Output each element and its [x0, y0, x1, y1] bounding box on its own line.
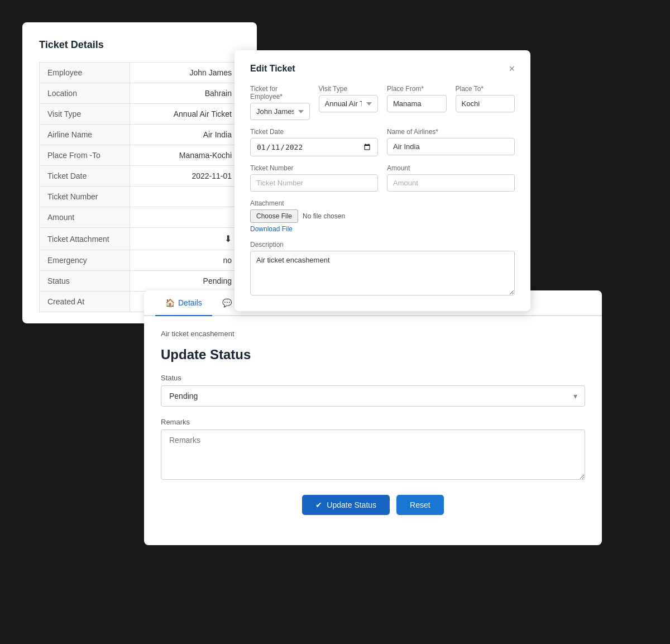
- place-to-label: Place To*: [456, 85, 515, 93]
- panel-body: Air ticket encashement Update Status Sta…: [144, 316, 602, 528]
- form-row-3: Ticket Number Amount: [250, 164, 515, 192]
- row-value-airline-name: Air India: [130, 125, 240, 145]
- place-to-input[interactable]: [456, 95, 515, 112]
- ticket-number-label: Ticket Number: [250, 164, 378, 172]
- no-file-text: No file chosen: [303, 212, 345, 220]
- row-value-location: Bahrain: [130, 83, 240, 104]
- row-label-created-at: Created At: [40, 292, 130, 312]
- place-to-group: Place To*: [456, 85, 515, 120]
- visit-type-select[interactable]: Annual Air Ticket: [319, 95, 379, 112]
- row-label-place-from-to: Place From -To: [40, 145, 130, 166]
- choose-file-button[interactable]: Choose File: [250, 209, 298, 223]
- table-row: StatusPending: [40, 271, 240, 292]
- row-value-place-from-to: Manama-Kochi: [130, 145, 240, 166]
- modal-close-button[interactable]: ×: [509, 64, 515, 74]
- visit-type-label: Visit Type: [319, 85, 379, 93]
- status-select-wrap: Pending Approved Rejected ▾: [161, 385, 585, 407]
- row-label-amount: Amount: [40, 207, 130, 228]
- form-row-2: Ticket Date Name of Airlines*: [250, 128, 515, 156]
- row-label-employee: Employee: [40, 63, 130, 83]
- bottom-panel: 🏠 Details 💬 Comments Ticket Files ✏️ Not…: [144, 290, 602, 545]
- row-label-ticket-attachment: Ticket Attachment: [40, 228, 130, 250]
- airline-name-label: Name of Airlines*: [387, 128, 515, 136]
- description-label: Description: [250, 241, 515, 249]
- remarks-textarea[interactable]: [161, 430, 585, 480]
- action-buttons: ✔ Update Status Reset: [161, 495, 585, 515]
- airline-name-input[interactable]: [387, 138, 515, 155]
- place-from-label: Place From*: [387, 85, 447, 93]
- row-value-ticket-attachment: ⬇: [130, 228, 240, 250]
- visit-type-group: Visit Type Annual Air Ticket: [319, 85, 379, 120]
- row-label-visit-type: Visit Type: [40, 104, 130, 125]
- modal-header: Edit Ticket ×: [250, 64, 515, 74]
- amount-input[interactable]: [387, 174, 515, 192]
- airline-name-group: Name of Airlines*: [387, 128, 515, 156]
- edit-ticket-modal: Edit Ticket × Ticket for Employee* John …: [234, 50, 530, 311]
- attachment-label: Attachment: [250, 199, 515, 207]
- row-label-ticket-date: Ticket Date: [40, 166, 130, 187]
- row-label-status: Status: [40, 271, 130, 292]
- table-row: Amount: [40, 207, 240, 228]
- ticket-details-card: Ticket Details EmployeeJohn JamesLocatio…: [22, 22, 257, 323]
- table-row: Emergencyno: [40, 250, 240, 271]
- status-field-label: Status: [161, 374, 585, 382]
- download-file-link[interactable]: Download File: [250, 225, 515, 233]
- status-select[interactable]: Pending Approved Rejected: [161, 385, 585, 407]
- tab-details-label: Details: [178, 298, 202, 307]
- ticket-employee-select[interactable]: John James: [250, 103, 310, 120]
- row-value-status: Pending: [130, 271, 240, 292]
- amount-label: Amount: [387, 164, 515, 172]
- row-value-amount: [130, 207, 240, 228]
- table-row: Ticket Attachment⬇: [40, 228, 240, 250]
- description-text: Air ticket encashement: [161, 330, 585, 338]
- choose-file-row: Choose File No file chosen: [250, 209, 515, 223]
- row-value-ticket-number: [130, 187, 240, 207]
- row-value-ticket-date: 2022-11-01: [130, 166, 240, 187]
- update-status-title: Update Status: [161, 347, 585, 362]
- ticket-date-label: Ticket Date: [250, 128, 378, 136]
- row-label-location: Location: [40, 83, 130, 104]
- amount-group: Amount: [387, 164, 515, 192]
- ticket-date-group: Ticket Date: [250, 128, 378, 156]
- table-row: Visit TypeAnnual Air Ticket: [40, 104, 240, 125]
- row-value-emergency: no: [130, 250, 240, 271]
- description-group: Description Air ticket encashement: [250, 241, 515, 295]
- row-value-employee: John James: [130, 63, 240, 83]
- place-from-group: Place From*: [387, 85, 447, 120]
- ticket-number-input[interactable]: [250, 174, 378, 192]
- row-value-visit-type: Annual Air Ticket: [130, 104, 240, 125]
- update-status-button[interactable]: ✔ Update Status: [302, 495, 390, 515]
- details-table: EmployeeJohn JamesLocationBahrainVisit T…: [39, 62, 240, 312]
- row-label-airline-name: Airline Name: [40, 125, 130, 145]
- reset-button[interactable]: Reset: [396, 495, 444, 515]
- update-status-label: Update Status: [327, 500, 376, 509]
- row-label-emergency: Emergency: [40, 250, 130, 271]
- ticket-employee-group: Ticket for Employee* John James: [250, 85, 310, 120]
- row-label-ticket-number: Ticket Number: [40, 187, 130, 207]
- checkmark-icon: ✔: [315, 500, 322, 509]
- ticket-details-title: Ticket Details: [39, 39, 240, 51]
- modal-title: Edit Ticket: [250, 64, 295, 74]
- tab-details[interactable]: 🏠 Details: [155, 290, 212, 316]
- place-from-input[interactable]: [387, 95, 447, 112]
- table-row: EmployeeJohn James: [40, 63, 240, 83]
- ticket-employee-label: Ticket for Employee*: [250, 85, 310, 101]
- remarks-label: Remarks: [161, 418, 585, 426]
- attachment-section: Attachment Choose File No file chosen Do…: [250, 199, 515, 233]
- form-row-1: Ticket for Employee* John James Visit Ty…: [250, 85, 515, 120]
- home-icon: 🏠: [165, 298, 175, 307]
- table-row: LocationBahrain: [40, 83, 240, 104]
- table-row: Place From -ToManama-Kochi: [40, 145, 240, 166]
- table-row: Airline NameAir India: [40, 125, 240, 145]
- description-textarea[interactable]: Air ticket encashement: [250, 251, 515, 295]
- table-row: Ticket Number: [40, 187, 240, 207]
- table-row: Ticket Date2022-11-01: [40, 166, 240, 187]
- comments-icon: 💬: [222, 298, 232, 307]
- ticket-date-input[interactable]: [250, 138, 378, 156]
- ticket-number-group: Ticket Number: [250, 164, 378, 192]
